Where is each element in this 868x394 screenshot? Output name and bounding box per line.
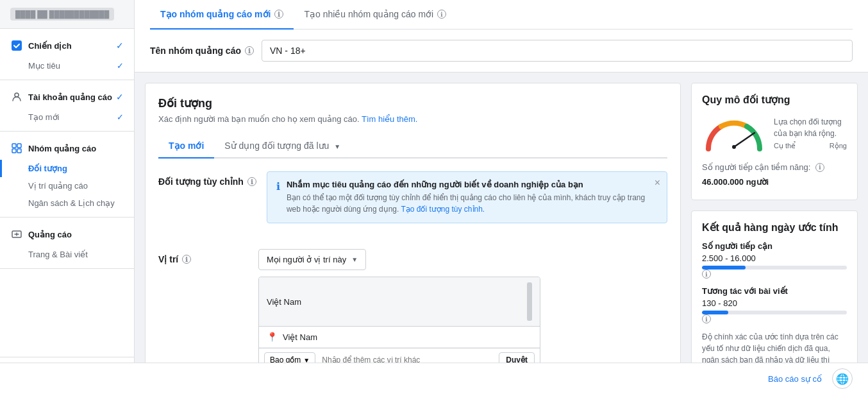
ad-icon [10, 228, 23, 241]
tab-tao-moi-label: Tạo nhóm quảng cáo mới [160, 9, 271, 19]
interaction-value: 130 - 820 [702, 298, 847, 308]
gauge-labels: Cụ thể Rộng [774, 142, 847, 150]
info-box-text: Bạn có thể tạo một đối tượng tùy chỉnh đ… [287, 192, 658, 215]
sidebar-item-tai-khoan[interactable]: Tài khoản quảng cáo ✓ [0, 85, 134, 108]
inner-tab-dropdown-arrow: ▼ [334, 143, 340, 150]
reach-potential-label: Số người tiếp cận tiềm năng: [702, 162, 810, 172]
bottom-bar-right: Báo cáo sự cố 🌐 [763, 368, 853, 389]
interaction-info: ℹ [702, 314, 847, 323]
sidebar-item-chien-dich[interactable]: Chiến dịch ✓ [0, 34, 134, 57]
info-box-content: Nhắm mục tiêu quảng cáo đến những người … [287, 180, 658, 215]
bottom-bar: Báo cáo sự cố 🌐 [0, 363, 868, 394]
location-item-vietnam: 📍 Việt Nam [259, 327, 540, 348]
sidebar-sub-tao-moi-label: Tạo mới [28, 112, 60, 122]
inner-tab-tao-moi[interactable]: Tạo mới [158, 134, 214, 158]
svg-rect-5 [17, 149, 21, 153]
interaction-row: Tương tác với bài viết 130 - 820 ℹ [702, 286, 847, 323]
main-content: Tạo nhóm quảng cáo mới ℹ Tạo nhiều nhóm … [135, 0, 868, 394]
sidebar-logo-text: ████ ██ ████████████ [10, 8, 114, 21]
tab-tao-nhieu[interactable]: Tạo nhiều nhóm quảng cáo mới ℹ [294, 0, 456, 30]
sidebar-sub-muc-tieu-label: Mục tiêu [28, 61, 60, 71]
audience-desc-text: Xác định người mà bạn muốn cho họ xem qu… [158, 114, 360, 124]
location-dropdown-label: Mọi người ở vị trí này [267, 255, 346, 264]
info-box-close-icon[interactable]: × [655, 177, 660, 189]
right-panel: Quy mô đối tượng [691, 83, 858, 394]
sidebar-label-nhom-qc: Nhóm quảng cáo [28, 144, 96, 153]
svg-rect-2 [12, 144, 16, 148]
person-icon [10, 90, 23, 103]
location-scrollbar[interactable] [527, 282, 532, 321]
reach-potential-info-icon[interactable]: ℹ [815, 163, 824, 172]
content-area: Đối tượng Xác định người mà bạn muốn cho… [135, 73, 868, 394]
custom-audience-info-icon[interactable]: ℹ [247, 177, 256, 186]
sidebar-label-chien-dich: Chiến dịch [28, 41, 72, 51]
custom-audience-label: Đối tượng tùy chỉnh ℹ [158, 171, 256, 187]
info-box-title: Nhắm mục tiêu quảng cáo đến những người … [287, 180, 658, 189]
app-container: ████ ██ ████████████ Chiến dịch ✓ Mục ti… [0, 0, 868, 394]
muc-tieu-check-icon: ✓ [117, 61, 124, 71]
sidebar-sub-ngan-sach[interactable]: Ngân sách & Lịch chạy [0, 194, 134, 212]
svg-line-7 [734, 133, 755, 147]
tab-tao-nhieu-label: Tạo nhiều nhóm quảng cáo mới [304, 9, 433, 19]
sidebar-sub-trang-bai-viet[interactable]: Trang & Bài viết [0, 246, 134, 263]
audience-learn-more-link[interactable]: Tìm hiểu thêm. [362, 114, 417, 124]
daily-results-title: Kết quả hàng ngày ước tính [702, 221, 847, 234]
inner-tabs: Tạo mới Sử dụng đối tượng đã lưu ▼ [158, 134, 667, 158]
interaction-info-icon[interactable]: ℹ [702, 314, 711, 323]
tab-tao-moi[interactable]: Tạo nhóm quảng cáo mới ℹ [150, 0, 294, 30]
custom-audience-info-box: ℹ Nhắm mục tiêu quảng cáo đến những ngườ… [267, 171, 667, 223]
sidebar-sub-tao-moi-account[interactable]: Tạo mới ✓ [0, 108, 134, 126]
reach-daily-row: Số người tiếp cận 2.500 - 16.000 ℹ [702, 241, 847, 278]
left-panel: Đối tượng Xác định người mà bạn muốn cho… [145, 83, 681, 394]
info-circle-icon: ℹ [276, 180, 280, 215]
sidebar-section-chien-dich: Chiến dịch ✓ Mục tiêu ✓ [0, 29, 134, 80]
tai-khoan-check-icon: ✓ [116, 92, 124, 102]
svg-point-8 [732, 145, 736, 149]
language-globe-button[interactable]: 🌐 [832, 368, 853, 389]
main-tabs-row: Tạo nhóm quảng cáo mới ℹ Tạo nhiều nhóm … [150, 0, 853, 30]
svg-point-1 [15, 93, 19, 97]
sidebar-item-quang-cao[interactable]: Quảng cáo [0, 223, 134, 246]
location-dropdown-button[interactable]: Mọi người ở vị trí này ▼ [258, 249, 366, 270]
name-row: Tên nhóm quảng cáo ℹ [150, 30, 853, 72]
location-label: Vị trí ℹ [158, 249, 248, 264]
sidebar-section-nhom-qc: Nhóm quảng cáo Đối tượng Vị trí quảng cá… [0, 132, 134, 218]
grid-icon [10, 142, 23, 155]
interaction-label: Tương tác với bài viết [702, 286, 847, 296]
create-custom-audience-link[interactable]: Tạo đối tượng tùy chỉnh. [401, 205, 485, 214]
ad-group-name-input[interactable] [262, 40, 853, 62]
name-label: Tên nhóm quảng cáo ℹ [150, 46, 254, 56]
inner-tab-su-dung-label: Sử dụng đối tượng đã lưu [224, 141, 329, 151]
report-issue-button[interactable]: Báo cáo sự cố [763, 368, 827, 389]
tab-tao-nhieu-info-icon[interactable]: ℹ [437, 10, 446, 19]
inner-tab-su-dung[interactable]: Sử dụng đối tượng đã lưu ▼ [214, 134, 351, 158]
chien-dich-check-icon: ✓ [116, 40, 124, 51]
location-country-label: Việt Nam [267, 297, 301, 307]
gauge-label-wide: Rộng [830, 142, 847, 150]
location-info-icon[interactable]: ℹ [182, 255, 191, 264]
reach-daily-info-icon[interactable]: ℹ [702, 270, 711, 278]
tab-tao-moi-info-icon[interactable]: ℹ [274, 10, 283, 19]
sidebar-sub-doi-tuong[interactable]: Đối tượng [0, 160, 134, 177]
audience-size-title: Quy mô đối tượng [702, 94, 847, 106]
sidebar-sub-muc-tieu[interactable]: Mục tiêu ✓ [0, 57, 134, 74]
audience-card: Đối tượng Xác định người mà bạn muốn cho… [145, 83, 681, 394]
gauge-label-specific: Cụ thể [774, 142, 796, 150]
sidebar-sub-vi-tri-label: Vị trí quảng cáo [28, 181, 88, 191]
reach-daily-label: Số người tiếp cận [702, 241, 847, 251]
audience-title: Đối tượng [158, 96, 667, 110]
location-pin-icon: 📍 [267, 332, 278, 342]
location-item-name: Việt Nam [283, 332, 317, 342]
custom-audience-row: Đối tượng tùy chỉnh ℹ ℹ Nhắm mục tiêu qu… [158, 171, 667, 236]
gauge-container: Lựa chọn đối tượng của bạn khá rộng. Cụ … [702, 114, 847, 152]
gauge-visual [702, 114, 766, 152]
sidebar-item-nhom-qc[interactable]: Nhóm quảng cáo [0, 137, 134, 160]
name-info-icon[interactable]: ℹ [245, 46, 254, 55]
reach-potential-row: Số người tiếp cận tiềm năng: ℹ [702, 162, 847, 172]
top-section: Tạo nhóm quảng cáo mới ℹ Tạo nhiều nhóm … [135, 0, 868, 73]
svg-rect-4 [12, 149, 16, 153]
audience-size-card: Quy mô đối tượng [691, 83, 858, 200]
sidebar: ████ ██ ████████████ Chiến dịch ✓ Mục ti… [0, 0, 135, 394]
location-scroll-area: 📍 Việt Nam [259, 327, 540, 348]
sidebar-sub-vi-tri[interactable]: Vị trí quảng cáo [0, 177, 134, 194]
